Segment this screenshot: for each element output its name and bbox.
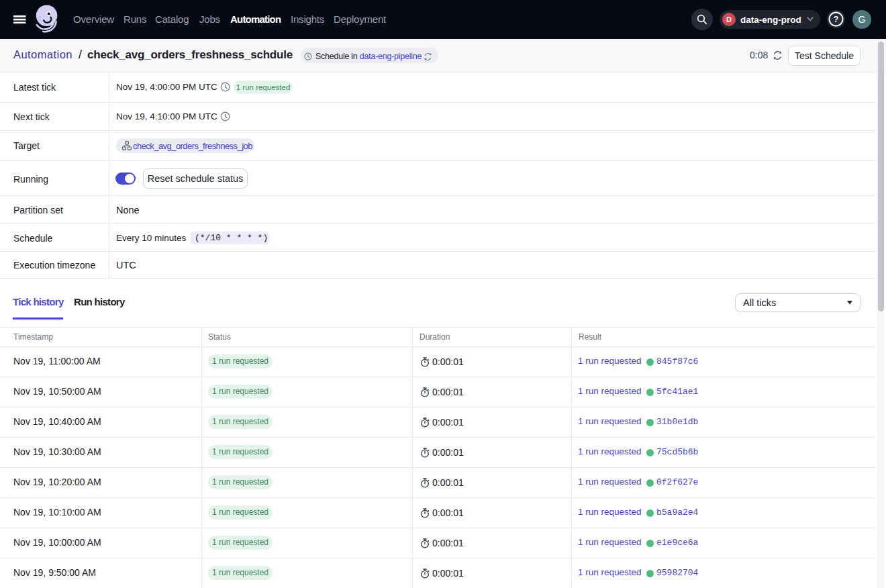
svg-text:?: ?	[834, 14, 839, 24]
